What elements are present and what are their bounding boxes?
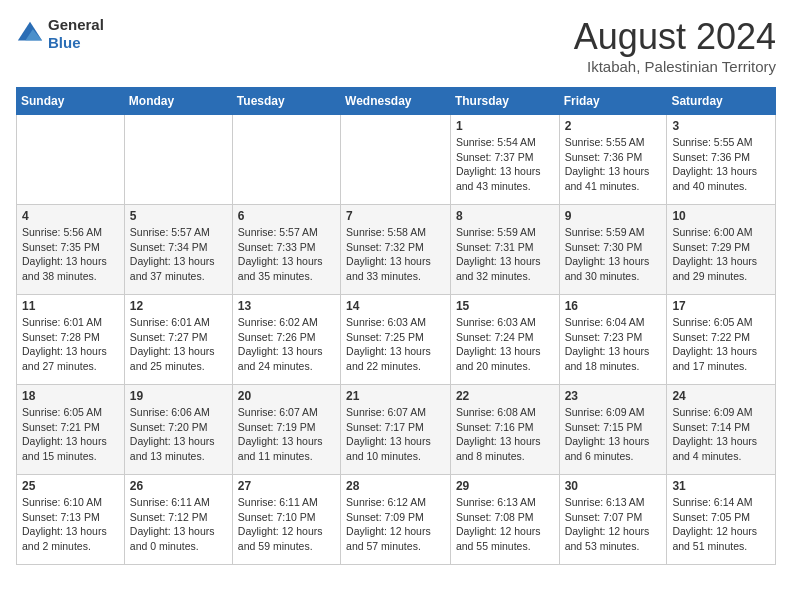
day-number: 6 [238, 209, 335, 223]
calendar-cell: 4Sunrise: 5:56 AMSunset: 7:35 PMDaylight… [17, 205, 125, 295]
day-number: 11 [22, 299, 119, 313]
page-header: General Blue August 2024 Iktabah, Palest… [16, 16, 776, 75]
day-number: 25 [22, 479, 119, 493]
day-info: Sunrise: 6:00 AMSunset: 7:29 PMDaylight:… [672, 225, 770, 284]
logo-icon [16, 20, 44, 48]
calendar-week-row: 1Sunrise: 5:54 AMSunset: 7:37 PMDaylight… [17, 115, 776, 205]
day-info: Sunrise: 6:13 AMSunset: 7:07 PMDaylight:… [565, 495, 662, 554]
calendar-cell [341, 115, 451, 205]
day-of-week-header: Wednesday [341, 88, 451, 115]
calendar-cell: 14Sunrise: 6:03 AMSunset: 7:25 PMDayligh… [341, 295, 451, 385]
day-number: 29 [456, 479, 554, 493]
calendar-cell: 28Sunrise: 6:12 AMSunset: 7:09 PMDayligh… [341, 475, 451, 565]
calendar-body: 1Sunrise: 5:54 AMSunset: 7:37 PMDaylight… [17, 115, 776, 565]
day-of-week-header: Thursday [450, 88, 559, 115]
day-info: Sunrise: 6:14 AMSunset: 7:05 PMDaylight:… [672, 495, 770, 554]
calendar-cell: 17Sunrise: 6:05 AMSunset: 7:22 PMDayligh… [667, 295, 776, 385]
day-of-week-header: Tuesday [232, 88, 340, 115]
day-info: Sunrise: 6:05 AMSunset: 7:22 PMDaylight:… [672, 315, 770, 374]
day-number: 17 [672, 299, 770, 313]
day-number: 8 [456, 209, 554, 223]
day-number: 26 [130, 479, 227, 493]
day-info: Sunrise: 6:07 AMSunset: 7:19 PMDaylight:… [238, 405, 335, 464]
day-info: Sunrise: 6:06 AMSunset: 7:20 PMDaylight:… [130, 405, 227, 464]
day-info: Sunrise: 6:09 AMSunset: 7:15 PMDaylight:… [565, 405, 662, 464]
logo-text: General Blue [48, 16, 104, 52]
day-number: 21 [346, 389, 445, 403]
calendar-header-row: SundayMondayTuesdayWednesdayThursdayFrid… [17, 88, 776, 115]
day-info: Sunrise: 6:12 AMSunset: 7:09 PMDaylight:… [346, 495, 445, 554]
day-info: Sunrise: 5:54 AMSunset: 7:37 PMDaylight:… [456, 135, 554, 194]
title-block: August 2024 Iktabah, Palestinian Territo… [574, 16, 776, 75]
day-number: 13 [238, 299, 335, 313]
calendar-cell: 24Sunrise: 6:09 AMSunset: 7:14 PMDayligh… [667, 385, 776, 475]
calendar-cell: 10Sunrise: 6:00 AMSunset: 7:29 PMDayligh… [667, 205, 776, 295]
calendar-cell [17, 115, 125, 205]
calendar-cell: 2Sunrise: 5:55 AMSunset: 7:36 PMDaylight… [559, 115, 667, 205]
calendar-cell: 5Sunrise: 5:57 AMSunset: 7:34 PMDaylight… [124, 205, 232, 295]
day-info: Sunrise: 6:11 AMSunset: 7:10 PMDaylight:… [238, 495, 335, 554]
day-number: 28 [346, 479, 445, 493]
calendar-cell: 15Sunrise: 6:03 AMSunset: 7:24 PMDayligh… [450, 295, 559, 385]
calendar-cell: 20Sunrise: 6:07 AMSunset: 7:19 PMDayligh… [232, 385, 340, 475]
day-number: 2 [565, 119, 662, 133]
day-number: 14 [346, 299, 445, 313]
calendar-cell: 25Sunrise: 6:10 AMSunset: 7:13 PMDayligh… [17, 475, 125, 565]
day-info: Sunrise: 6:13 AMSunset: 7:08 PMDaylight:… [456, 495, 554, 554]
calendar-cell: 7Sunrise: 5:58 AMSunset: 7:32 PMDaylight… [341, 205, 451, 295]
day-info: Sunrise: 6:08 AMSunset: 7:16 PMDaylight:… [456, 405, 554, 464]
day-number: 1 [456, 119, 554, 133]
calendar-cell: 21Sunrise: 6:07 AMSunset: 7:17 PMDayligh… [341, 385, 451, 475]
calendar-cell: 22Sunrise: 6:08 AMSunset: 7:16 PMDayligh… [450, 385, 559, 475]
calendar-cell: 8Sunrise: 5:59 AMSunset: 7:31 PMDaylight… [450, 205, 559, 295]
day-info: Sunrise: 6:04 AMSunset: 7:23 PMDaylight:… [565, 315, 662, 374]
calendar-cell: 13Sunrise: 6:02 AMSunset: 7:26 PMDayligh… [232, 295, 340, 385]
calendar-cell: 27Sunrise: 6:11 AMSunset: 7:10 PMDayligh… [232, 475, 340, 565]
day-info: Sunrise: 6:01 AMSunset: 7:28 PMDaylight:… [22, 315, 119, 374]
calendar-cell: 30Sunrise: 6:13 AMSunset: 7:07 PMDayligh… [559, 475, 667, 565]
calendar-cell: 31Sunrise: 6:14 AMSunset: 7:05 PMDayligh… [667, 475, 776, 565]
day-info: Sunrise: 5:55 AMSunset: 7:36 PMDaylight:… [672, 135, 770, 194]
day-number: 24 [672, 389, 770, 403]
day-number: 31 [672, 479, 770, 493]
calendar-cell: 16Sunrise: 6:04 AMSunset: 7:23 PMDayligh… [559, 295, 667, 385]
logo: General Blue [16, 16, 104, 52]
calendar-cell: 11Sunrise: 6:01 AMSunset: 7:28 PMDayligh… [17, 295, 125, 385]
calendar-cell: 3Sunrise: 5:55 AMSunset: 7:36 PMDaylight… [667, 115, 776, 205]
day-number: 20 [238, 389, 335, 403]
day-info: Sunrise: 6:09 AMSunset: 7:14 PMDaylight:… [672, 405, 770, 464]
day-info: Sunrise: 5:56 AMSunset: 7:35 PMDaylight:… [22, 225, 119, 284]
calendar-week-row: 25Sunrise: 6:10 AMSunset: 7:13 PMDayligh… [17, 475, 776, 565]
day-number: 23 [565, 389, 662, 403]
day-number: 15 [456, 299, 554, 313]
day-info: Sunrise: 5:58 AMSunset: 7:32 PMDaylight:… [346, 225, 445, 284]
day-number: 5 [130, 209, 227, 223]
calendar-cell [124, 115, 232, 205]
calendar-cell: 12Sunrise: 6:01 AMSunset: 7:27 PMDayligh… [124, 295, 232, 385]
calendar-header: SundayMondayTuesdayWednesdayThursdayFrid… [17, 88, 776, 115]
day-number: 12 [130, 299, 227, 313]
calendar-cell: 23Sunrise: 6:09 AMSunset: 7:15 PMDayligh… [559, 385, 667, 475]
day-info: Sunrise: 5:59 AMSunset: 7:30 PMDaylight:… [565, 225, 662, 284]
calendar-week-row: 18Sunrise: 6:05 AMSunset: 7:21 PMDayligh… [17, 385, 776, 475]
calendar-cell: 19Sunrise: 6:06 AMSunset: 7:20 PMDayligh… [124, 385, 232, 475]
day-info: Sunrise: 6:01 AMSunset: 7:27 PMDaylight:… [130, 315, 227, 374]
day-number: 30 [565, 479, 662, 493]
day-number: 9 [565, 209, 662, 223]
calendar-cell: 1Sunrise: 5:54 AMSunset: 7:37 PMDaylight… [450, 115, 559, 205]
day-of-week-header: Sunday [17, 88, 125, 115]
day-info: Sunrise: 6:02 AMSunset: 7:26 PMDaylight:… [238, 315, 335, 374]
calendar-cell [232, 115, 340, 205]
calendar-cell: 9Sunrise: 5:59 AMSunset: 7:30 PMDaylight… [559, 205, 667, 295]
day-number: 27 [238, 479, 335, 493]
day-number: 10 [672, 209, 770, 223]
main-title: August 2024 [574, 16, 776, 58]
calendar-table: SundayMondayTuesdayWednesdayThursdayFrid… [16, 87, 776, 565]
day-info: Sunrise: 6:10 AMSunset: 7:13 PMDaylight:… [22, 495, 119, 554]
day-number: 4 [22, 209, 119, 223]
day-number: 16 [565, 299, 662, 313]
calendar-week-row: 11Sunrise: 6:01 AMSunset: 7:28 PMDayligh… [17, 295, 776, 385]
day-number: 22 [456, 389, 554, 403]
day-of-week-header: Friday [559, 88, 667, 115]
day-info: Sunrise: 6:05 AMSunset: 7:21 PMDaylight:… [22, 405, 119, 464]
